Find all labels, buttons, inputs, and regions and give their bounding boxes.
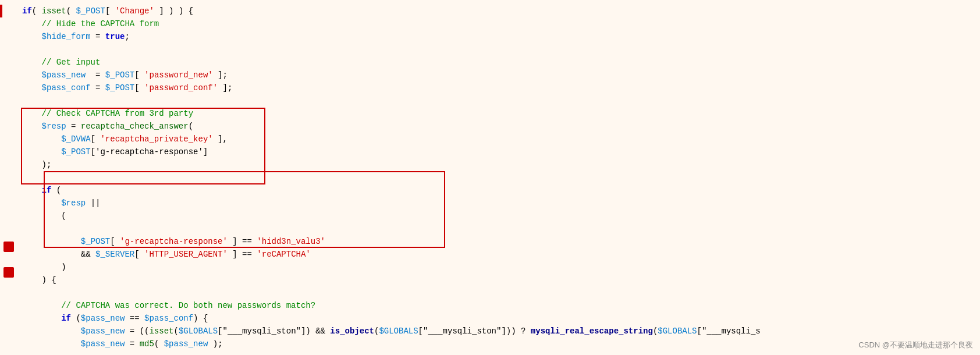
token: ["___mysqli_s	[697, 326, 761, 336]
token: $_DVWA	[61, 134, 90, 144]
line-content-9: // Check CAPTCHA from 3rd party	[17, 107, 193, 120]
token	[22, 83, 42, 93]
line-15: if (	[17, 184, 980, 197]
token: [	[91, 134, 101, 144]
token: 'recaptcha_private_key'	[100, 134, 212, 144]
token: (	[22, 211, 66, 221]
token: $pass_new	[81, 339, 125, 349]
token: $resp	[42, 122, 66, 131]
watermark: CSDN @不要温顺地走进那个良夜	[858, 340, 973, 350]
token: // Check CAPTCHA from 3rd party	[22, 109, 193, 118]
line-content-17: (	[17, 210, 66, 222]
line-24: // CAPTCHA was correct. Do both new pass…	[17, 299, 980, 312]
token: ] ) ) {	[154, 6, 193, 16]
token: [	[134, 70, 144, 80]
token: ["___mysqli_ston"]) &&	[218, 326, 330, 336]
token: ) {	[22, 275, 56, 285]
token: $_SERVER	[95, 250, 134, 259]
token: 'Change'	[115, 6, 154, 16]
token: =	[125, 339, 139, 349]
token: $hide_form	[42, 32, 91, 41]
line-27: $pass_new = md5( $pass_new );	[17, 338, 980, 350]
token: $_POST	[76, 6, 105, 16]
token: // CAPTCHA was correct. Do both new pass…	[22, 301, 315, 310]
line-12: $_POST['g-recaptcha-response']	[17, 145, 980, 158]
token: (	[154, 339, 164, 349]
token: if	[42, 186, 52, 195]
token: $_POST	[81, 237, 110, 246]
line-content-3: $hide_form = true;	[17, 30, 130, 43]
token: (	[173, 326, 178, 336]
token: ];	[213, 70, 228, 80]
token: ==	[125, 314, 144, 323]
token: [	[110, 237, 120, 246]
line-2: // Hide the CAPTCHA form	[17, 17, 980, 30]
line-4	[17, 43, 980, 56]
token: isset	[42, 6, 66, 16]
line-content-26: $pass_new = ((isset($GLOBALS["___mysqli_…	[17, 325, 761, 338]
token: 'password_conf'	[144, 83, 218, 93]
token: $_POST	[105, 70, 134, 80]
token: =	[91, 83, 105, 93]
left-bar-1	[0, 5, 2, 17]
line-22: ) {	[17, 274, 980, 286]
token: ['g-recaptcha-response']	[91, 147, 208, 157]
token: = ((	[125, 326, 149, 336]
line-21: )	[17, 261, 980, 274]
token	[22, 32, 42, 41]
line-content-7: $pass_conf = $_POST[ 'password_conf' ];	[17, 81, 232, 94]
line-18	[17, 222, 980, 235]
token: ];	[218, 83, 232, 93]
line-7: $pass_conf = $_POST[ 'password_conf' ];	[17, 81, 980, 94]
token: &&	[81, 250, 91, 259]
token: if	[22, 6, 32, 16]
token	[22, 186, 42, 195]
line-9: // Check CAPTCHA from 3rd party	[17, 107, 980, 120]
token: $GLOBALS	[379, 326, 418, 336]
token	[91, 250, 95, 259]
token: $pass_conf	[42, 83, 91, 93]
token: $pass_new	[42, 70, 86, 80]
token: );	[22, 160, 51, 169]
line-19: $_POST[ 'g-recaptcha-response' ] == 'hid…	[17, 235, 980, 248]
token: true	[105, 32, 125, 41]
token	[22, 122, 42, 131]
token: 'password_new'	[144, 70, 213, 80]
token: $pass_new	[81, 314, 125, 323]
token: // Get input	[22, 58, 100, 67]
token: 'reCAPTCHA'	[257, 250, 310, 259]
line-content-22: ) {	[17, 274, 56, 286]
token: $pass_new	[164, 339, 208, 349]
token: (	[66, 6, 76, 16]
token: $pass_conf	[144, 314, 193, 323]
line-8	[17, 94, 980, 107]
token: mysqli_real_escape_string	[531, 326, 653, 336]
line-1: if( isset( $_POST[ 'Change' ] ) ) {	[17, 5, 980, 17]
token: recaptcha_check_answer	[81, 122, 189, 131]
line-content-6: $pass_new = $_POST[ 'password_new' ];	[17, 69, 228, 81]
token	[22, 314, 61, 323]
token: $GLOBALS	[658, 326, 697, 336]
line-28	[17, 350, 980, 355]
token	[22, 198, 61, 208]
token: ["___mysqli_ston"])) ?	[418, 326, 531, 336]
token: is_object	[330, 326, 374, 336]
token: isset	[149, 326, 173, 336]
line-13: );	[17, 158, 980, 171]
token: $resp	[61, 198, 86, 208]
line-content-13: );	[17, 158, 51, 171]
line-content-2: // Hide the CAPTCHA form	[17, 17, 159, 30]
token: [	[134, 83, 144, 93]
line-content-21: )	[17, 261, 66, 274]
line-25: if ($pass_new == $pass_conf) {	[17, 312, 980, 325]
token: )	[22, 262, 66, 272]
token: 'HTTP_USER_AGENT'	[144, 250, 228, 259]
code-container: if( isset( $_POST[ 'Change' ] ) ) { // H…	[0, 0, 980, 355]
code-lines: if( isset( $_POST[ 'Change' ] ) ) { // H…	[17, 5, 980, 355]
token: $_POST	[61, 147, 90, 157]
token: // Hide the CAPTCHA form	[22, 19, 159, 29]
line-17: (	[17, 210, 980, 222]
line-11: $_DVWA[ 'recaptcha_private_key' ],	[17, 133, 980, 145]
token	[22, 134, 61, 144]
line-5: // Get input	[17, 56, 980, 69]
